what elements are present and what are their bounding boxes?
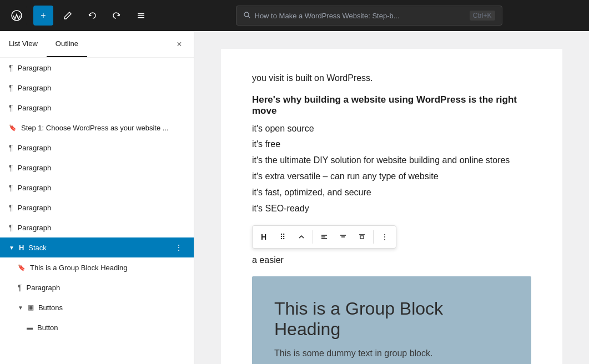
paragraph-icon: ¶ [9,183,13,192]
chevron-down-icon: ▼ [18,305,23,311]
list-item: it's extra versatile – can run any type … [252,169,531,185]
list-item[interactable]: ¶ Paragraph [0,218,194,237]
item-label: Step 1: Choose WordPress as your website… [21,124,185,132]
item-label: Stack [28,244,168,252]
item-label: This is a Group Block Heading [30,264,185,272]
search-text: How to Make a WordPress Website: Step-b.… [255,12,465,20]
list-item-button[interactable]: ▬ Button [0,317,194,337]
paragraph-icon: ¶ [9,223,13,232]
menu-button[interactable] [131,6,151,26]
paragraph-icon: ¶ [9,63,13,72]
main-layout: List View Outline × ¶ Paragraph ¶ Paragr… [0,31,589,364]
list-item[interactable]: ¶ Paragraph [0,158,194,178]
sidebar-header: List View Outline × [0,31,194,58]
search-shortcut: Ctrl+K [470,11,495,21]
list-item[interactable]: ¶ Paragraph [0,98,194,118]
list-item: it's SEO-ready [252,201,531,217]
sidebar-close-button[interactable]: × [172,37,187,52]
group-block-text: This is some dummy text in group block. [274,348,509,358]
toolbar-divider [373,230,374,244]
svg-rect-1 [138,13,144,14]
item-label: Paragraph [27,284,185,292]
item-label: Paragraph [18,204,185,212]
list-item[interactable]: ¶ Paragraph [0,198,194,218]
section-heading: Here's why building a website using Word… [252,94,531,117]
list-item[interactable]: ¶ Paragraph [0,138,194,158]
list-item-group-para[interactable]: ¶ Paragraph [0,277,194,297]
bookmark-icon: 🔖 [18,264,26,271]
item-label: Paragraph [18,164,185,172]
chevron-down-icon: ▼ [9,245,14,251]
intro-text: you visit is built on WordPress. [252,71,531,85]
block-type-button[interactable]: H [255,228,273,246]
editor-content: you visit is built on WordPress. Here's … [221,49,562,364]
paragraph-icon: ¶ [9,163,13,172]
tab-list-view[interactable]: List View [0,31,47,57]
list-item-heading[interactable]: 🔖 Step 1: Choose WordPress as your websi… [0,118,194,138]
item-more-button[interactable]: ⋮ [173,242,185,253]
item-label: Buttons [38,304,185,312]
paragraph-icon: ¶ [9,103,13,112]
item-label: Paragraph [18,224,185,232]
list-item: it's fast, optimized, and secure [252,185,531,201]
group-block-heading: This is a Group Block Heading [274,299,509,340]
list-item-group-heading[interactable]: 🔖 This is a Group Block Heading [0,257,194,277]
block-toolbar: H ⠿ [252,225,396,249]
redo-button[interactable] [107,6,127,26]
sidebar-list: ¶ Paragraph ¶ Paragraph ¶ Paragraph 🔖 St… [0,58,194,364]
paragraph-icon: ¶ [9,143,13,152]
more-options-button[interactable]: ⋮ [376,228,394,246]
item-label: Paragraph [18,84,185,92]
svg-rect-2 [138,16,144,17]
search-bar[interactable]: How to Make a WordPress Website: Step-b.… [236,6,502,26]
list-item: it's free [252,136,531,153]
toolbar-divider [313,230,313,244]
move-up-button[interactable] [293,228,310,246]
undo-button[interactable] [82,6,102,26]
item-label: Paragraph [18,64,185,72]
sidebar: List View Outline × ¶ Paragraph ¶ Paragr… [0,31,194,364]
list-item[interactable]: ¶ Paragraph [0,58,194,78]
svg-rect-3 [138,17,144,18]
stack-icon: H [19,244,24,252]
item-label: Paragraph [18,144,185,152]
add-block-button[interactable]: + [33,6,53,26]
buttons-icon: ▣ [28,304,34,311]
item-label: Paragraph [18,104,185,112]
list-item-buttons[interactable]: ▼ ▣ Buttons [0,297,194,317]
top-bar: + How to Make a WordPress Webs [0,0,589,31]
edit-mode-button[interactable] [58,6,78,26]
feature-list: it's open source it's free it's the ulti… [252,121,531,217]
paragraph-icon: ¶ [18,283,22,292]
button-icon: ▬ [27,324,33,331]
list-item: it's open source [252,121,531,137]
item-label: Paragraph [18,184,185,192]
list-item[interactable]: ¶ Paragraph [0,178,194,198]
svg-rect-11 [360,236,364,239]
paragraph-icon: ¶ [9,83,13,92]
paragraph-icon: ¶ [9,203,13,212]
after-list-text: a easier [252,253,531,267]
wp-logo[interactable] [7,6,27,26]
heading-icon: 🔖 [9,124,17,132]
sidebar-item-stack[interactable]: ▼ H Stack ⋮ [0,237,194,257]
svg-line-4 [248,16,250,18]
list-item: it's the ultimate DIY solution for websi… [252,153,531,169]
content-area: you visit is built on WordPress. Here's … [194,31,589,364]
group-block: This is a Group Block Heading This is so… [252,276,531,364]
drag-handle-button[interactable]: ⠿ [274,228,291,246]
align-left-button[interactable] [315,228,333,246]
list-item[interactable]: ¶ Paragraph [0,78,194,98]
align-top-button[interactable] [353,228,371,246]
search-icon [243,11,250,20]
item-label: Button [37,323,185,332]
tab-outline[interactable]: Outline [47,31,87,57]
align-center-button[interactable] [334,228,352,246]
